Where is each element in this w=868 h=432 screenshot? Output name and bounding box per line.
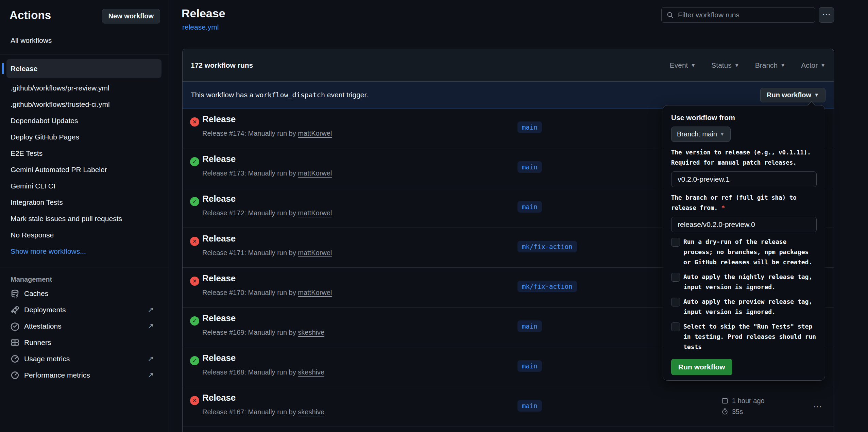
actor-link[interactable]: mattKorwel — [298, 249, 332, 256]
run-status-icon — [190, 197, 199, 206]
management-heading: Management — [11, 276, 169, 283]
external-link-icon: ↗ — [148, 322, 154, 331]
chevron-down-icon: ▼ — [820, 62, 826, 68]
checkbox[interactable] — [671, 322, 680, 331]
sidebar-item-workflow[interactable]: No Response — [0, 227, 169, 243]
run-status-icon — [190, 237, 199, 246]
sidebar-item-workflow[interactable]: Gemini CLI CI — [0, 178, 169, 194]
run-description: Release #173: Manually run by mattKorwel — [202, 169, 332, 177]
checkbox-row: Run a dry-run of the release process; no… — [671, 237, 817, 267]
actor-link[interactable]: skeshive — [298, 368, 324, 376]
branch-label[interactable]: main — [517, 121, 542, 133]
sidebar-item-workflow[interactable]: .github/workflows/pr-review.yml — [0, 80, 169, 96]
sidebar-item-workflow[interactable]: Gemini Automated PR Labeler — [0, 162, 169, 178]
sidebar-divider — [0, 267, 169, 267]
actor-link[interactable]: mattKorwel — [298, 130, 332, 137]
chevron-down-icon: ▼ — [691, 62, 696, 68]
run-title-link[interactable]: Release — [202, 154, 236, 164]
run-title-link[interactable]: Release — [202, 273, 236, 284]
workflow-list: .github/workflows/pr-review.yml .github/… — [0, 80, 169, 243]
chevron-down-icon: ▼ — [780, 62, 785, 68]
checkbox[interactable] — [671, 238, 680, 247]
run-title-link[interactable]: Release — [202, 233, 236, 244]
workflow-file-link[interactable]: release.yml — [182, 23, 219, 31]
actor-link[interactable]: skeshive — [298, 408, 324, 416]
stopwatch-icon — [721, 408, 729, 415]
sidebar-item-workflow[interactable]: Deploy GitHub Pages — [0, 129, 169, 145]
run-title-link[interactable]: Release — [202, 313, 236, 323]
external-link-icon: ↗ — [148, 371, 154, 380]
sidebar-item-runners[interactable]: Runners — [0, 334, 169, 351]
run-status-icon — [190, 396, 199, 405]
filter-dropdown[interactable]: Actor▼ — [801, 61, 826, 69]
sidebar-divider — [0, 54, 169, 54]
sidebar-item-label: Caches — [24, 289, 48, 298]
new-workflow-button[interactable]: New workflow — [102, 9, 160, 23]
actions-title: Actions — [10, 9, 51, 22]
panel-heading: Use workflow from — [671, 114, 817, 122]
sidebar-item-workflow[interactable]: .github/workflows/trusted-ci.yml — [0, 96, 169, 113]
checkbox[interactable] — [671, 298, 680, 306]
checkbox-label: Auto apply the preview release tag, inpu… — [683, 297, 817, 317]
run-workflow-submit-button[interactable]: Run workflow — [671, 359, 732, 375]
branch-label[interactable]: main — [517, 400, 542, 412]
required-asterisk: * — [721, 204, 725, 211]
run-title-link[interactable]: Release — [202, 353, 236, 363]
actor-link[interactable]: skeshive — [298, 329, 324, 336]
show-more-workflows-link[interactable]: Show more workflows... — [0, 243, 169, 260]
run-title-link[interactable]: Release — [202, 114, 236, 124]
management-list: Caches Deployments ↗ Attestations ↗ — [0, 285, 169, 383]
run-description: Release #171: Manually run by mattKorwel — [202, 249, 332, 257]
sidebar: Actions New workflow All workflows Relea… — [0, 0, 169, 432]
ref-field-label: The branch or ref (full git sha) to rele… — [671, 193, 817, 213]
branch-label[interactable]: mk/fix-action — [517, 281, 577, 292]
sidebar-item-caches[interactable]: Caches — [0, 285, 169, 302]
filter-runs-searchbox[interactable] — [661, 7, 815, 23]
checkbox-label: Run a dry-run of the release process; no… — [683, 237, 817, 267]
sidebar-item-label: Usage metrics — [24, 355, 70, 363]
branch-label[interactable]: main — [517, 161, 542, 173]
checkbox[interactable] — [671, 273, 680, 282]
actor-link[interactable]: mattKorwel — [298, 169, 332, 177]
version-input[interactable] — [671, 171, 817, 187]
search-input[interactable] — [678, 11, 810, 19]
actor-link[interactable]: mattKorwel — [298, 209, 332, 217]
run-description: Release #168: Manually run by skeshive — [202, 368, 324, 376]
sidebar-item-all-workflows[interactable]: All workflows — [11, 34, 169, 47]
run-workflow-panel: Use workflow from Branch: main▼ The vers… — [663, 105, 825, 381]
chevron-down-icon: ▼ — [734, 62, 739, 68]
run-workflow-dropdown-button[interactable]: Run workflow▼ — [760, 88, 826, 102]
branch-label[interactable]: main — [517, 360, 542, 372]
sidebar-item-workflow[interactable]: Dependabot Updates — [0, 113, 169, 129]
branch-label[interactable]: mk/fix-action — [517, 241, 577, 252]
sidebar-item-attestations[interactable]: Attestations ↗ — [0, 318, 169, 334]
sidebar-item-usage-metrics[interactable]: Usage metrics ↗ — [0, 351, 169, 367]
rocket-icon — [11, 305, 19, 314]
sidebar-item-workflow[interactable]: Mark stale issues and pull requests — [0, 211, 169, 227]
verified-icon — [11, 322, 19, 331]
run-options-kebab[interactable]: ⋯ — [813, 401, 823, 412]
sidebar-item-label: Release — [11, 65, 37, 73]
run-status-icon — [190, 316, 199, 326]
run-status-icon — [190, 157, 199, 166]
branch-select-button[interactable]: Branch: main▼ — [671, 127, 731, 142]
workflow-options-kebab-button[interactable]: ⋯ — [819, 7, 834, 23]
ref-input[interactable] — [671, 217, 817, 232]
actor-link[interactable]: mattKorwel — [298, 289, 332, 296]
branch-label[interactable]: main — [517, 201, 542, 213]
run-title-link[interactable]: Release — [202, 393, 236, 403]
sidebar-item-workflow[interactable]: Integration Tests — [0, 194, 169, 211]
filter-dropdown[interactable]: Event▼ — [670, 61, 696, 69]
sidebar-item-workflow[interactable]: E2E Tests — [0, 145, 169, 162]
run-description: Release #169: Manually run by skeshive — [202, 329, 324, 336]
branch-label[interactable]: main — [517, 320, 542, 332]
sidebar-item-release-selected[interactable]: Release — [6, 59, 161, 78]
sidebar-item-performance-metrics[interactable]: Performance metrics ↗ — [0, 367, 169, 383]
workflow-run-row[interactable]: Release Release #167: Manually run by sk… — [183, 387, 834, 427]
sidebar-item-deployments[interactable]: Deployments ↗ — [0, 302, 169, 318]
sidebar-item-label: Runners — [24, 338, 51, 347]
external-link-icon: ↗ — [148, 354, 154, 363]
filter-dropdown[interactable]: Status▼ — [711, 61, 739, 69]
run-title-link[interactable]: Release — [202, 194, 236, 204]
filter-dropdown[interactable]: Branch▼ — [755, 61, 785, 69]
